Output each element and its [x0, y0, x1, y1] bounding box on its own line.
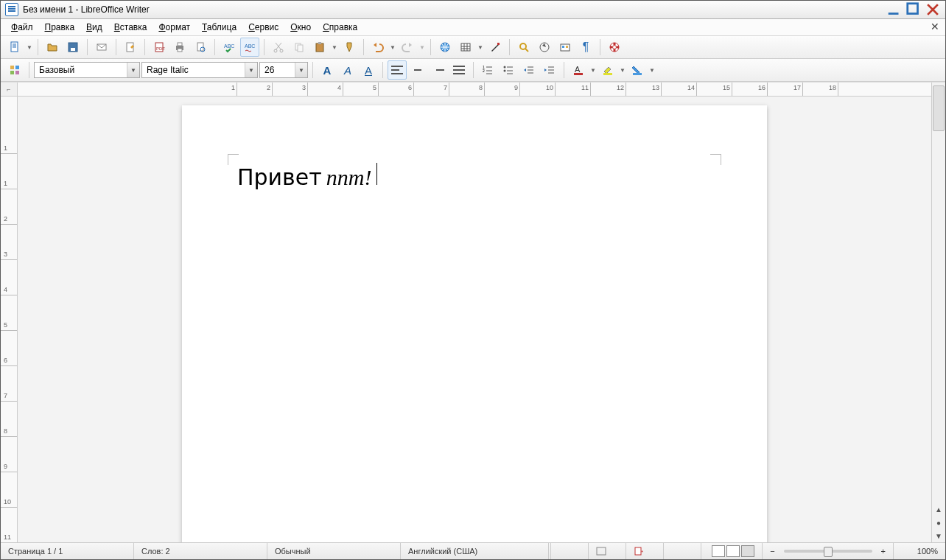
maximize-button[interactable]: [905, 4, 922, 15]
highlight-button[interactable]: [598, 60, 617, 80]
menu-tools[interactable]: Сервис: [242, 21, 284, 34]
underline-button[interactable]: A: [359, 60, 378, 80]
table-button[interactable]: [456, 38, 475, 57]
menu-insert[interactable]: Вставка: [108, 21, 153, 34]
numbered-list-button[interactable]: 12: [478, 60, 497, 80]
status-signature[interactable]: [664, 543, 701, 559]
font-color-button[interactable]: A: [569, 60, 588, 80]
find-replace-button[interactable]: [514, 38, 533, 57]
copy-button[interactable]: [290, 38, 309, 57]
zoom-percent[interactable]: 100%: [894, 543, 945, 559]
spellcheck-button[interactable]: ABC: [220, 38, 239, 57]
hyperlink-button[interactable]: [435, 38, 455, 57]
multi-page-view-button[interactable]: [726, 545, 740, 557]
status-selection-mode[interactable]: [589, 543, 626, 559]
svg-point-38: [504, 66, 506, 69]
single-page-view-button[interactable]: [712, 545, 725, 557]
open-button[interactable]: [43, 38, 62, 57]
print-preview-button[interactable]: [191, 38, 210, 57]
align-left-button[interactable]: [388, 60, 407, 80]
gallery-button[interactable]: [556, 38, 575, 57]
zoom-out-button[interactable]: −: [767, 547, 777, 556]
formatting-toolbar: ▼ ▼ ▼ A A A 12 A ▼ ▼ ▼: [1, 59, 945, 82]
status-word-count[interactable]: Слов: 2: [134, 543, 267, 559]
print-button[interactable]: [170, 38, 189, 57]
auto-spellcheck-button[interactable]: ABC: [240, 38, 259, 57]
paste-dropdown[interactable]: ▼: [331, 38, 338, 56]
menu-table[interactable]: Таблица: [196, 21, 242, 34]
zoom-slider[interactable]: [784, 550, 872, 553]
scroll-up-icon[interactable]: ▲: [933, 503, 945, 515]
font-name-combo[interactable]: ▼: [141, 62, 258, 78]
document-text[interactable]: Привет ппт!: [237, 163, 712, 191]
export-pdf-button[interactable]: PDF: [150, 38, 169, 57]
horizontal-ruler[interactable]: 123456789101112131415161718: [18, 83, 931, 97]
document-canvas[interactable]: Привет ппт!: [18, 97, 931, 542]
menu-window[interactable]: Окно: [284, 21, 317, 34]
paragraph-style-combo[interactable]: ▼: [34, 62, 140, 78]
style-combo-dropdown-icon[interactable]: ▼: [127, 63, 139, 77]
status-page[interactable]: Страница 1 / 1: [1, 543, 134, 559]
bold-button[interactable]: A: [318, 60, 337, 80]
font-size-combo[interactable]: ▼: [259, 62, 308, 78]
navigator-button[interactable]: [535, 38, 554, 57]
decrease-indent-button[interactable]: [519, 60, 539, 80]
undo-button[interactable]: [368, 38, 388, 57]
vertical-ruler[interactable]: 1123456789101112: [1, 97, 18, 542]
italic-button[interactable]: A: [338, 60, 357, 80]
status-doc-modified[interactable]: *: [626, 543, 664, 559]
zoom-slider-knob[interactable]: [824, 547, 833, 557]
close-button[interactable]: [925, 4, 941, 15]
svg-rect-28: [562, 46, 564, 48]
status-insert-mode[interactable]: [551, 543, 589, 559]
font-name-input[interactable]: [145, 64, 254, 76]
size-combo-dropdown-icon[interactable]: ▼: [295, 63, 307, 77]
scroll-down-icon[interactable]: ▼: [933, 530, 945, 542]
new-doc-dropdown[interactable]: ▼: [26, 38, 33, 56]
menu-file[interactable]: Файл: [5, 21, 39, 34]
font-color-dropdown[interactable]: ▼: [589, 61, 597, 79]
status-language[interactable]: Английский (США): [401, 543, 549, 559]
help-button[interactable]: [605, 38, 624, 57]
page[interactable]: Привет ппт!: [182, 105, 767, 542]
status-page-style[interactable]: Обычный: [267, 543, 401, 559]
menu-help[interactable]: Справка: [317, 21, 363, 34]
font-combo-dropdown-icon[interactable]: ▼: [245, 63, 257, 77]
styles-window-button[interactable]: [5, 60, 24, 80]
align-justify-button[interactable]: [449, 60, 469, 80]
nonprinting-chars-button[interactable]: ¶: [576, 38, 595, 57]
vertical-scrollbar[interactable]: ▲ ● ▼: [931, 83, 945, 542]
redo-button[interactable]: [398, 38, 417, 57]
close-document-button[interactable]: ✕: [931, 21, 939, 32]
scrollbar-thumb[interactable]: [933, 85, 945, 131]
redo-dropdown[interactable]: ▼: [418, 38, 426, 56]
align-right-button[interactable]: [429, 60, 448, 80]
menu-format[interactable]: Формат: [153, 21, 196, 34]
undo-dropdown[interactable]: ▼: [389, 38, 396, 56]
save-button[interactable]: [63, 38, 83, 57]
scroll-marker-icon[interactable]: ●: [933, 517, 945, 528]
minimize-button[interactable]: [886, 4, 903, 15]
window-title: Без имени 1 - LibreOffice Writer: [23, 4, 150, 15]
background-color-button[interactable]: [628, 60, 647, 80]
menu-edit[interactable]: Правка: [39, 21, 81, 34]
edit-file-button[interactable]: [121, 38, 140, 57]
format-paintbrush-button[interactable]: [340, 38, 359, 57]
paste-button[interactable]: [310, 38, 329, 57]
background-color-dropdown[interactable]: ▼: [648, 61, 656, 79]
highlight-dropdown[interactable]: ▼: [619, 61, 626, 79]
zoom-in-button[interactable]: +: [878, 547, 889, 556]
text-caret: [376, 163, 377, 185]
align-center-button[interactable]: [408, 60, 427, 80]
increase-indent-button[interactable]: [540, 60, 559, 80]
cut-button[interactable]: [269, 38, 288, 57]
text-plain: Привет: [237, 164, 322, 191]
menu-view[interactable]: Вид: [80, 21, 108, 34]
book-view-button[interactable]: [741, 545, 754, 557]
show-draw-functions-button[interactable]: [486, 38, 505, 57]
email-button[interactable]: [92, 38, 111, 57]
new-doc-button[interactable]: [5, 38, 24, 57]
bullet-list-button[interactable]: [499, 60, 518, 80]
paragraph-style-input[interactable]: [38, 64, 136, 76]
table-dropdown[interactable]: ▼: [477, 38, 484, 56]
